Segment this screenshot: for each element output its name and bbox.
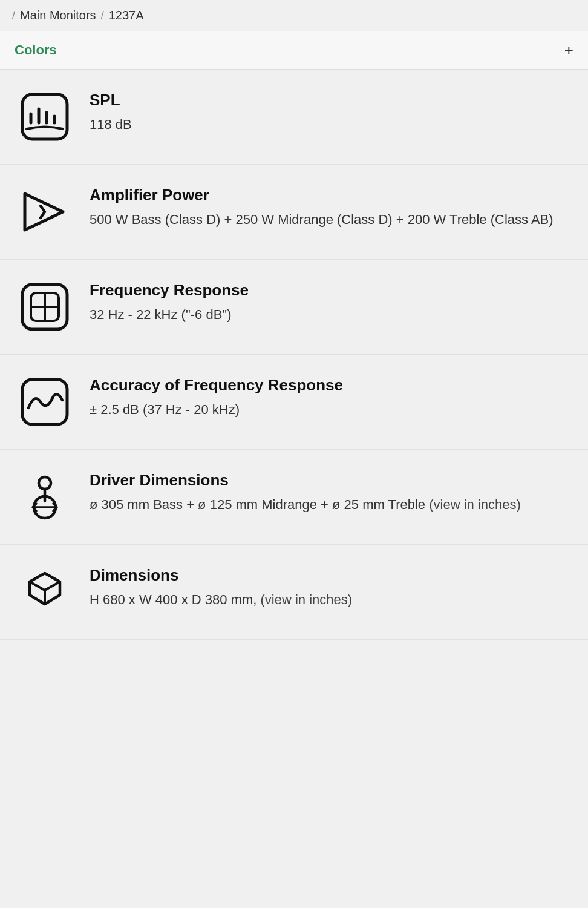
svg-point-12 xyxy=(39,477,51,489)
dimensions-icon xyxy=(15,562,75,622)
spec-item-frequency-response: Frequency Response 32 Hz - 22 kHz ("-6 d… xyxy=(0,260,588,355)
spec-item-accuracy-frequency-response: Accuracy of Frequency Response ± 2.5 dB … xyxy=(0,355,588,450)
svg-rect-11 xyxy=(22,380,67,424)
breadcrumb-separator-1: / xyxy=(12,9,15,22)
spec-value-dimensions: H 680 x W 400 x D 380 mm, (view in inche… xyxy=(90,591,573,610)
spec-value-accuracy-frequency-response: ± 2.5 dB (37 Hz - 20 kHz) xyxy=(90,401,573,419)
spec-value-spl: 118 dB xyxy=(90,116,573,134)
svg-rect-0 xyxy=(22,94,67,139)
spec-item-amplifier-power: Amplifier Power 500 W Bass (Class D) + 2… xyxy=(0,165,588,260)
dimensions-link[interactable]: (view in inches) xyxy=(260,592,352,607)
driver-dimensions-icon xyxy=(15,467,75,527)
colors-label: Colors xyxy=(15,42,57,58)
frequency-response-icon xyxy=(15,277,75,337)
spec-content-accuracy-frequency-response: Accuracy of Frequency Response ± 2.5 dB … xyxy=(90,372,573,419)
spec-value-frequency-response: 32 Hz - 22 kHz ("-6 dB") xyxy=(90,306,573,324)
svg-line-17 xyxy=(30,582,45,590)
svg-line-18 xyxy=(45,582,60,590)
spec-title-accuracy-frequency-response: Accuracy of Frequency Response xyxy=(90,375,573,396)
spec-item-spl: SPL 118 dB xyxy=(0,70,588,165)
spec-value-amplifier-power: 500 W Bass (Class D) + 250 W Midrange (C… xyxy=(90,211,573,229)
spec-value-driver-dimensions: ø 305 mm Bass + ø 125 mm Midrange + ø 25… xyxy=(90,496,573,515)
spec-item-driver-dimensions: Driver Dimensions ø 305 mm Bass + ø 125 … xyxy=(0,450,588,545)
breadcrumb-model: 1237A xyxy=(109,8,144,22)
spec-content-spl: SPL 118 dB xyxy=(90,87,573,134)
breadcrumb-separator-2: / xyxy=(101,9,104,22)
spec-content-driver-dimensions: Driver Dimensions ø 305 mm Bass + ø 125 … xyxy=(90,467,573,515)
spec-content-frequency-response: Frequency Response 32 Hz - 22 kHz ("-6 d… xyxy=(90,277,573,324)
spec-content-dimensions: Dimensions H 680 x W 400 x D 380 mm, (vi… xyxy=(90,562,573,610)
spec-title-amplifier-power: Amplifier Power xyxy=(90,185,573,206)
spec-content-amplifier-power: Amplifier Power 500 W Bass (Class D) + 2… xyxy=(90,182,573,229)
breadcrumb: / Main Monitors / 1237A xyxy=(0,0,588,31)
spl-icon xyxy=(15,87,75,147)
spec-item-dimensions: Dimensions H 680 x W 400 x D 380 mm, (vi… xyxy=(0,545,588,640)
spec-title-frequency-response: Frequency Response xyxy=(90,280,573,301)
breadcrumb-main-monitors[interactable]: Main Monitors xyxy=(20,8,96,22)
spec-list: SPL 118 dB Amplifier Power 500 W Bass (C… xyxy=(0,70,588,640)
accuracy-icon xyxy=(15,372,75,432)
spec-title-dimensions: Dimensions xyxy=(90,565,573,586)
spec-title-driver-dimensions: Driver Dimensions xyxy=(90,470,573,491)
colors-section-header: Colors + xyxy=(0,31,588,70)
amplifier-icon xyxy=(15,182,75,242)
spec-title-spl: SPL xyxy=(90,90,573,111)
driver-dimensions-link[interactable]: (view in inches) xyxy=(429,497,521,512)
add-color-button[interactable]: + xyxy=(564,42,573,58)
